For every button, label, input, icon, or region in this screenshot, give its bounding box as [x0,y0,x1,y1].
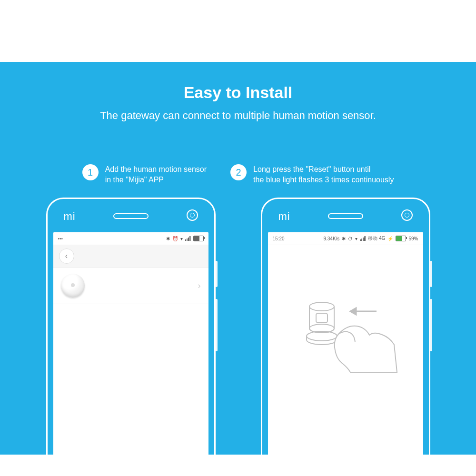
volume-button-icon [430,299,432,351]
motion-sensor-icon [61,274,85,298]
page-subtitle: The gateway can connect to multiple huma… [0,109,476,122]
steps-row: 1 Add the human motion sensor in the "Mi… [0,164,476,185]
svg-rect-3 [316,313,327,323]
chevron-right-icon: › [198,281,201,291]
wifi-icon: ▾ [355,236,357,241]
front-camera-icon [187,209,198,221]
phone-mockup-1: mi ••• ✱ ⏰ ▾ ‹ › [46,198,216,455]
app-navbar: ‹ [53,245,208,268]
mi-logo-icon: mi [64,210,76,223]
phone1-screen: ••• ✱ ⏰ ▾ ‹ › [53,232,208,455]
battery-percent: 59% [408,236,418,241]
status-bar: ••• ✱ ⏰ ▾ [53,232,208,245]
signal-icon [360,236,366,241]
phone2-screen: 15:20 9.34K/s ✱ ⏱ ▾ 移动 4G ⚡ 59% [268,232,423,455]
wifi-icon: ▾ [180,236,183,241]
signal-icon [185,236,191,241]
battery-icon [396,236,406,241]
press-reset-illustration [268,292,423,373]
speaker-icon [113,213,149,219]
phone-mockup-2: mi 15:20 9.34K/s ✱ ⏱ ▾ 移动 4G ⚡ 59% [261,198,430,455]
net-speed: 9.34K/s [323,236,339,241]
status-bar: 15:20 9.34K/s ✱ ⏱ ▾ 移动 4G ⚡ 59% [268,232,423,245]
bluetooth-icon: ✱ [342,236,346,241]
page-title: Easy to Install [0,83,476,102]
phones-row: mi ••• ✱ ⏰ ▾ ‹ › [0,198,476,455]
charging-icon: ⚡ [387,236,393,241]
network-label: 移动 4G [368,235,385,242]
svg-point-0 [309,302,334,311]
step-1-text: Add the human motion sensor in the "Miji… [105,164,207,185]
back-button[interactable]: ‹ [59,248,74,264]
power-button-icon [430,261,432,287]
step-1-number: 1 [82,164,99,180]
status-dots-icon: ••• [58,236,63,241]
power-button-icon [215,261,218,287]
status-time: 15:20 [273,236,285,241]
bluetooth-icon: ✱ [166,236,170,241]
alarm-icon: ⏱ [348,236,353,241]
front-camera-icon [401,209,413,221]
svg-marker-5 [350,308,356,315]
step-2-number: 2 [230,164,247,180]
battery-icon [193,236,204,241]
step-2: 2 Long press the "Reset" button until th… [230,164,394,185]
alarm-icon: ⏰ [172,236,178,241]
step-2-text: Long press the "Reset" button until the … [253,164,394,185]
speaker-icon [328,213,363,219]
volume-button-icon [215,299,218,351]
mi-logo-icon: mi [278,210,290,223]
device-list-item[interactable]: › [53,268,208,304]
step-1: 1 Add the human motion sensor in the "Mi… [82,164,207,185]
